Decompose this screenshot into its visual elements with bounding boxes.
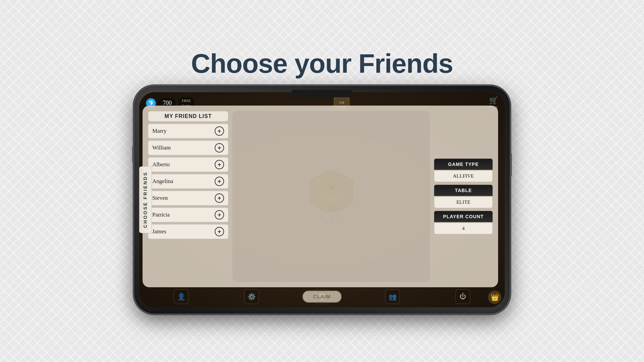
game-type-group: GAME TYPE ALLFIVE: [434, 159, 493, 182]
add-friend-james[interactable]: +: [215, 227, 224, 236]
add-friend-marry[interactable]: +: [215, 126, 224, 136]
choose-friends-label: CHOOSE FRIENDS: [143, 172, 148, 228]
svg-text:★: ★: [329, 216, 333, 221]
svg-text:VIP: VIP: [339, 101, 344, 105]
table-label[interactable]: TABLE: [434, 185, 493, 196]
game-type-label[interactable]: GAME TYPE: [434, 159, 493, 170]
list-item: Alberto +: [148, 157, 228, 172]
player-count-label[interactable]: PLAYER COUNT: [434, 211, 493, 222]
add-friend-patricia[interactable]: +: [215, 210, 224, 220]
claim-area: CLAIM: [303, 291, 342, 303]
phone-screen: 💎 700 FREE Coins VIP Club 🛒 Store: [139, 92, 505, 307]
friend-name-marry: Marry: [152, 128, 166, 134]
phone-side-button-left: [132, 146, 134, 163]
svg-text:★: ★: [319, 215, 323, 219]
list-item: Steven +: [148, 191, 228, 205]
list-item: Patricia +: [148, 207, 228, 222]
friend-list-dialog: MY FRIEND LIST Marry + William + Alberto…: [143, 106, 498, 287]
friend-list-header: MY FRIEND LIST: [148, 111, 228, 122]
vip-shield-svg: ♛ VIP Club ★ ★ ★: [306, 168, 357, 225]
page-title: Choose your Friends: [191, 48, 453, 79]
list-item: Angelina +: [148, 174, 228, 189]
list-item: Marry +: [148, 124, 228, 138]
vip-center-panel: ♛ VIP Club ★ ★ ★: [232, 111, 430, 282]
phone-side-button-right: [510, 153, 512, 176]
phone-frame: 💎 700 FREE Coins VIP Club 🛒 Store: [134, 86, 510, 314]
friend-list-panel: MY FRIEND LIST Marry + William + Alberto…: [148, 111, 228, 282]
settings-button[interactable]: ⚙️: [244, 289, 259, 304]
options-panel: GAME TYPE ALLFIVE TABLE ELITE PLAYER COU…: [434, 111, 493, 282]
vip-shield: ♛ VIP Club ★ ★ ★: [301, 163, 362, 230]
player-count-group: PLAYER COUNT 4: [434, 211, 493, 234]
svg-text:VIP: VIP: [325, 195, 338, 203]
add-friend-alberto[interactable]: +: [215, 160, 224, 169]
svg-text:♛: ♛: [327, 181, 336, 192]
choose-friends-tab[interactable]: CHOOSE FRIENDS: [139, 166, 152, 233]
phone-notch: [292, 90, 352, 97]
profile-button[interactable]: 👤: [174, 289, 189, 304]
add-friend-william[interactable]: +: [215, 143, 224, 153]
friend-name-william: William: [152, 144, 171, 151]
list-item: James +: [148, 224, 228, 239]
game-type-value[interactable]: ALLFIVE: [434, 171, 493, 182]
list-item: William +: [148, 140, 228, 155]
table-group: TABLE ELITE: [434, 185, 493, 208]
svg-text:★: ★: [339, 215, 343, 219]
claim-button[interactable]: CLAIM: [303, 291, 342, 303]
friend-name-james: James: [152, 228, 166, 235]
player-count-value[interactable]: 4: [434, 223, 493, 234]
friend-name-patricia: Patricia: [152, 212, 170, 218]
friends-button[interactable]: 👥: [385, 289, 400, 304]
friend-name-angelina: Angelina: [152, 178, 173, 185]
add-friend-angelina[interactable]: +: [215, 177, 224, 186]
table-value[interactable]: ELITE: [434, 197, 493, 208]
power-button[interactable]: ⏻: [455, 289, 470, 304]
friend-name-alberto: Alberto: [152, 161, 170, 168]
svg-text:Club: Club: [326, 205, 336, 211]
friend-name-steven: Steven: [152, 195, 168, 201]
add-friend-steven[interactable]: +: [215, 193, 224, 203]
